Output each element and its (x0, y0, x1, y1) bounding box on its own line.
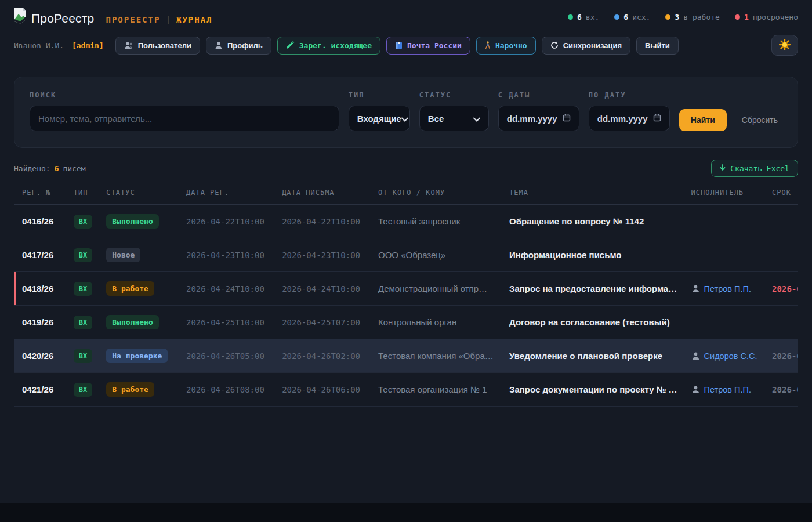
date-registered: 2026-04-23T10:00 (178, 238, 274, 272)
register-outgoing-label: Зарег. исходящее (299, 41, 372, 50)
date-letter: 2026-04-26T02:00 (274, 339, 370, 373)
executor-link[interactable]: Петров П.П. (683, 272, 764, 306)
logout-button-label: Выйти (645, 41, 670, 50)
refresh-icon (550, 41, 559, 49)
theme-toggle-button[interactable] (771, 35, 798, 56)
status-badge: Новое (106, 248, 140, 262)
date-letter: 2026-04-23T10:00 (274, 238, 370, 272)
green-dot-icon (568, 14, 573, 20)
date-from-label: С ДАТЫ (498, 91, 579, 99)
found-unit: писем (63, 164, 85, 173)
profile-button-label: Профиль (227, 41, 263, 50)
due-date (764, 306, 798, 339)
table-row-overdue[interactable]: 0418/26 ВХ В работе 2026-04-24T10:00 202… (14, 272, 798, 306)
date-letter: 2026-04-24T10:00 (274, 272, 370, 306)
current-user: Иванов И.И. [admin] (14, 41, 104, 50)
stat-incoming: 6 вх. (568, 13, 599, 21)
found-count: 6 (55, 164, 59, 173)
status-badge: Выполнено (106, 214, 158, 229)
status-badge: В работе (106, 382, 154, 397)
profile-button[interactable]: Профиль (206, 37, 271, 55)
table-header-row: РЕГ. № ТИП СТАТУС ДАТА РЕГ. ДАТА ПИСЬМА … (14, 184, 798, 205)
page-bottom-gap (0, 503, 812, 522)
nav-app-name: ПРОРЕЕСТР (106, 15, 161, 24)
person-icon (691, 351, 700, 360)
user-role-badge: [admin] (72, 41, 104, 50)
date-letter: 2026-04-25T07:00 (274, 306, 370, 339)
table-row-highlighted[interactable]: 0420/26 ВХ На проверке 2026-04-26T05:00 … (14, 339, 798, 373)
date-registered: 2026-04-24T10:00 (178, 272, 274, 306)
date-to-value: dd.mm.yyyy (597, 114, 648, 124)
subject: Уведомление о плановой проверке (501, 339, 683, 373)
find-button[interactable]: Найти (679, 109, 727, 131)
date-to-input[interactable]: dd.mm.yyyy (589, 106, 670, 131)
date-registered: 2026-04-22T10:00 (178, 205, 274, 238)
status-select[interactable]: Все (419, 106, 489, 131)
brand: ПроРеестр ПРОРЕЕСТР | ЖУРНАЛ (13, 8, 213, 26)
russian-post-button[interactable]: Почта России (386, 37, 470, 55)
sync-button-label: Синхронизация (563, 41, 622, 50)
executor-name: Петров П.П. (704, 385, 751, 394)
book-icon (395, 41, 403, 50)
table-row[interactable]: 0419/26 ВХ Выполнено 2026-04-25T10:00 20… (14, 306, 798, 339)
col-header-status: СТАТУС (98, 184, 178, 205)
results-bar: Найдено: 6 писем Скачать Excel (14, 160, 798, 177)
letters-table: РЕГ. № ТИП СТАТУС ДАТА РЕГ. ДАТА ПИСЬМА … (14, 184, 798, 407)
users-icon (124, 41, 133, 49)
executor-link[interactable]: Сидоров С.С. (683, 339, 764, 373)
sync-button[interactable]: Синхронизация (542, 37, 630, 55)
due-date: 2026-04 (764, 272, 798, 306)
header-stats: 6 вх. 6 исх. 3 в работе 1 просрочено (568, 13, 798, 21)
subject: Запрос на предоставление информа… (501, 272, 683, 306)
search-field: ПОИСК (30, 91, 339, 131)
type-select[interactable]: Входящие (349, 106, 410, 131)
stat-in-progress: 3 в работе (665, 13, 719, 21)
person-icon (691, 284, 700, 293)
stat-overdue: 1 просрочено (735, 13, 798, 21)
status-label: СТАТУС (419, 91, 489, 99)
type-field: ТИП Входящие (349, 91, 410, 131)
stat-overdue-value: 1 (744, 13, 749, 21)
orange-dot-icon (665, 14, 670, 20)
reg-number: 0421/26 (14, 373, 66, 407)
from-party: Демонстрационный отпр… (370, 272, 501, 306)
courier-button[interactable]: Нарочно (476, 37, 536, 55)
app-root: ПроРеестр ПРОРЕЕСТР | ЖУРНАЛ 6 вх. 6 исх… (0, 0, 812, 503)
nav-section-journal: ЖУРНАЛ (176, 15, 213, 24)
search-label: ПОИСК (30, 91, 339, 99)
toolbar: Иванов И.И. [admin] Пользователи Профиль… (0, 29, 812, 56)
reset-button[interactable]: Сбросить (736, 109, 784, 131)
stat-incoming-value: 6 (577, 13, 582, 21)
reg-number: 0417/26 (14, 238, 66, 272)
table-row[interactable]: 0417/26 ВХ Новое 2026-04-23T10:00 2026-0… (14, 238, 798, 272)
filter-panel: ПОИСК ТИП Входящие СТАТУС Все С ДАТЫ (14, 77, 798, 148)
from-party: Тестовая организация № 1 (370, 373, 501, 407)
table-row[interactable]: 0416/26 ВХ Выполнено 2026-04-22T10:00 20… (14, 205, 798, 238)
date-from-input[interactable]: dd.mm.yyyy (498, 106, 579, 131)
search-input[interactable] (30, 106, 339, 131)
user-icon (215, 41, 223, 49)
date-letter: 2026-04-26T06:00 (274, 373, 370, 407)
due-date (764, 205, 798, 238)
status-field: СТАТУС Все (419, 91, 489, 131)
col-header-subject: ТЕМА (501, 184, 683, 205)
type-badge: ВХ (74, 282, 92, 296)
executor (683, 306, 764, 339)
logout-button[interactable]: Выйти (636, 37, 679, 55)
stat-outgoing: 6 исх. (614, 13, 650, 21)
date-to-label: ПО ДАТУ (589, 91, 670, 99)
executor (683, 238, 764, 272)
users-button[interactable]: Пользователи (115, 37, 200, 55)
download-excel-button[interactable]: Скачать Excel (711, 160, 798, 177)
pencil-icon (286, 41, 295, 49)
date-letter: 2026-04-22T10:00 (274, 205, 370, 238)
date-registered: 2026-04-26T08:00 (178, 373, 274, 407)
table-row[interactable]: 0421/26 ВХ В работе 2026-04-26T08:00 202… (14, 373, 798, 407)
register-outgoing-button[interactable]: Зарег. исходящее (277, 37, 380, 55)
executor-link[interactable]: Петров П.П. (683, 373, 764, 407)
executor-name: Петров П.П. (704, 284, 751, 293)
col-header-from: ОТ КОГО / КОМУ (370, 184, 501, 205)
type-badge: ВХ (74, 248, 92, 262)
date-registered: 2026-04-26T05:00 (178, 339, 274, 373)
date-from-value: dd.mm.yyyy (507, 114, 557, 124)
